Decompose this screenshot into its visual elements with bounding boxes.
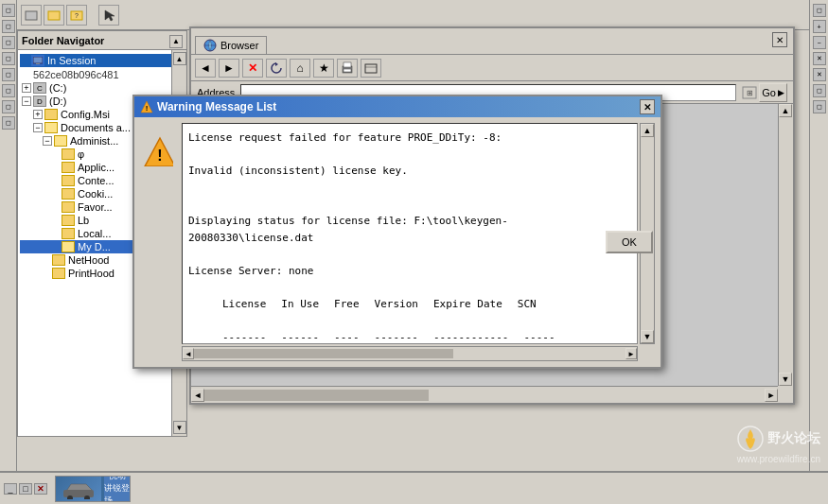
browser-tab-browser[interactable]: Browser xyxy=(195,36,267,54)
svg-rect-12 xyxy=(344,69,351,72)
warning-scroll-down[interactable]: ▼ xyxy=(641,330,654,343)
browser-scroll-up[interactable]: ▲ xyxy=(779,104,792,117)
browser-scroll-track xyxy=(779,117,793,373)
left-toolbar-icon-7[interactable]: ◻ xyxy=(2,100,15,113)
warning-line-6: Displaying status for license file: F:\t… xyxy=(188,213,631,246)
svg-text:⊞: ⊞ xyxy=(747,89,753,97)
license-col-free: Free xyxy=(334,296,360,313)
nethood-icon xyxy=(52,254,65,266)
right-toolbar-icon-7[interactable]: ◻ xyxy=(813,100,826,113)
go-area: ⊞ Go ▶ xyxy=(742,83,787,102)
back-button[interactable]: ◄ xyxy=(195,59,216,78)
warning-hscroll-thumb xyxy=(194,349,453,358)
refresh-button[interactable] xyxy=(266,59,287,78)
warning-line-9 xyxy=(188,279,631,296)
license-sep-4: ------------ xyxy=(433,329,508,344)
left-toolbar-icon-1[interactable]: ◻ xyxy=(2,4,15,17)
left-toolbar-icon-8[interactable]: ◻ xyxy=(2,116,15,130)
warning-hscroll-right[interactable]: ► xyxy=(625,348,637,359)
taskbar-close[interactable]: ✕ xyxy=(34,483,47,495)
favorites-button[interactable]: ★ xyxy=(313,59,334,78)
warning-hscroll-left[interactable]: ◄ xyxy=(183,348,194,359)
config-msi-expand[interactable]: + xyxy=(33,110,43,119)
warning-dialog-titlebar: ! Warning Message List ✕ xyxy=(134,96,661,117)
left-toolbar-icon-4[interactable]: ◻ xyxy=(2,52,15,65)
right-toolbar-icon-5[interactable]: ✕ xyxy=(813,68,826,81)
my-d-icon xyxy=(62,241,75,252)
right-toolbar: ◻ + − ✕ ✕ ◻ ◻ xyxy=(809,0,828,504)
ok-button-label: OK xyxy=(622,236,637,248)
documents-expand[interactable]: − xyxy=(33,123,43,132)
tree-item-in-session[interactable]: In Session xyxy=(20,54,185,67)
left-toolbar-icon-6[interactable]: ◻ xyxy=(2,84,15,97)
folder-nav-scroll-up[interactable]: ▲ xyxy=(173,52,186,65)
license-header-row: License In Use Free Version Expire Date … xyxy=(188,296,631,313)
go-button[interactable]: Go ▶ xyxy=(759,83,787,102)
applic-label: Applic... xyxy=(78,162,115,173)
license-col-inuse: In Use xyxy=(281,296,319,313)
warning-title-icon: ! xyxy=(140,100,153,113)
taskbar-restore[interactable]: □ xyxy=(19,483,32,495)
taskbar-thumb-text: 悦动 讲锐登场 xyxy=(104,476,130,502)
browser-tab-label: Browser xyxy=(220,40,258,51)
print-icon xyxy=(341,61,354,75)
right-toolbar-icon-1[interactable]: ◻ xyxy=(813,4,826,17)
d-drive-expand[interactable]: − xyxy=(22,96,31,106)
right-toolbar-icon-3[interactable]: − xyxy=(813,36,826,49)
left-toolbar-icon-2[interactable]: ◻ xyxy=(2,20,15,33)
toolbar-btn-3[interactable]: ? xyxy=(66,5,87,26)
warning-dialog-close[interactable]: ✕ xyxy=(640,99,655,114)
toolbar-btn-1[interactable] xyxy=(21,5,42,26)
documents-label: Documents a... xyxy=(61,122,131,133)
browser-scroll-down[interactable]: ▼ xyxy=(779,373,792,386)
administ-expand[interactable]: − xyxy=(43,136,52,146)
tree-item-session-id[interactable]: 562ce08b096c481 xyxy=(20,68,185,81)
my-d-label: My D... xyxy=(78,241,111,252)
go-label: Go xyxy=(762,87,776,98)
taskbar-minimize[interactable]: _ xyxy=(4,483,17,495)
browser-hscroll-right[interactable]: ► xyxy=(765,389,778,402)
left-toolbar: ◻ ◻ ◻ ◻ ◻ ◻ ◻ ◻ xyxy=(0,0,17,504)
warning-icon-area: ! xyxy=(134,117,182,367)
folder-nav-collapse[interactable]: ▲ xyxy=(169,35,183,48)
browser-hscroll-left[interactable]: ◄ xyxy=(191,389,204,402)
license-sep-1: ------ xyxy=(281,329,319,344)
warning-line-3: Invalid (inconsistent) license key. xyxy=(188,163,631,180)
right-toolbar-icon-6[interactable]: ◻ xyxy=(813,84,826,97)
folder-nav-scroll-down[interactable]: ▼ xyxy=(173,421,186,434)
svg-text:!: ! xyxy=(157,148,162,164)
license-col-expire: Expire Date xyxy=(433,296,502,313)
stop-button[interactable]: ✕ xyxy=(242,59,263,78)
extra-browser-btn[interactable] xyxy=(361,59,381,78)
print-button[interactable] xyxy=(337,59,358,78)
toolbar-btn-2[interactable] xyxy=(44,5,64,26)
warning-line-8: License Server: none xyxy=(188,263,631,280)
ok-button[interactable]: OK xyxy=(606,231,653,253)
favor-icon xyxy=(62,201,75,213)
browser-close-button[interactable]: ✕ xyxy=(772,32,787,47)
warning-triangle-icon: ! xyxy=(143,136,173,166)
config-msi-label: Config.Msi xyxy=(61,109,110,120)
cooki-label: Cooki... xyxy=(78,188,113,200)
session-label: In Session xyxy=(47,55,96,66)
applic-icon xyxy=(62,162,75,173)
svg-marker-4 xyxy=(105,10,115,21)
forward-button[interactable]: ► xyxy=(219,59,239,78)
taskbar-item-car[interactable]: 悦动 讲锐登场 xyxy=(55,476,131,502)
browser-nav: ◄ ► ✕ ⌂ ★ xyxy=(191,55,793,81)
left-toolbar-icon-3[interactable]: ◻ xyxy=(2,36,15,49)
home-button[interactable]: ⌂ xyxy=(290,59,310,78)
toolbar-cursor-btn[interactable] xyxy=(98,5,119,26)
browser-hscroll-thumb xyxy=(204,390,429,401)
tree-item-c-drive[interactable]: + C (C:) xyxy=(20,81,185,95)
taskbar-controls: _ □ ✕ xyxy=(4,483,47,495)
warning-scroll-up[interactable]: ▲ xyxy=(641,124,654,137)
lb-icon xyxy=(62,215,75,226)
left-toolbar-icon-5[interactable]: ◻ xyxy=(2,68,15,81)
c-drive-expand[interactable]: + xyxy=(22,83,31,93)
session-icon xyxy=(31,55,44,66)
administ-icon xyxy=(54,135,67,147)
right-toolbar-icon-4[interactable]: ✕ xyxy=(813,52,826,65)
svg-rect-5 xyxy=(33,57,43,63)
right-toolbar-icon-2[interactable]: + xyxy=(813,20,826,33)
